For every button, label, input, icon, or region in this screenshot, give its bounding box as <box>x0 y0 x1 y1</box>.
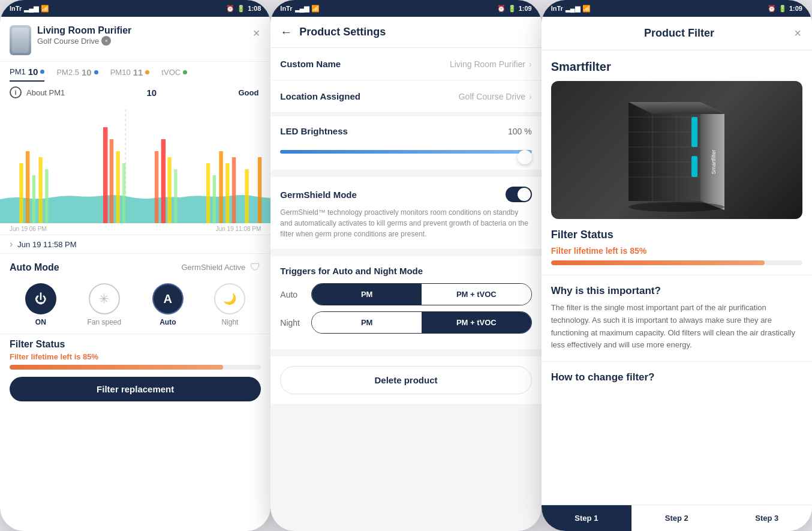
pm10-label: PM10 <box>110 68 131 77</box>
auto-mode-label: Auto Mode <box>10 262 59 273</box>
delete-product-button[interactable]: Delete product <box>280 366 531 394</box>
svg-rect-2 <box>19 163 23 223</box>
status-bar-1: InTr ▂▄▆ 📶 ⏰ 🔋 1:08 <box>0 0 270 17</box>
settings-list: Custom Name Living Room Purifier › Locat… <box>270 48 541 404</box>
custom-name-value: Living Room Purifier › <box>450 59 532 69</box>
svg-rect-21 <box>258 157 261 223</box>
auto-button[interactable]: A <box>152 283 184 314</box>
trigger-night-pm-tvoc[interactable]: PM + tVOC <box>422 312 531 333</box>
trigger-night-row: Night PM PM + tVOC <box>280 311 531 334</box>
date-chevron-icon[interactable]: › <box>10 239 13 250</box>
location-clear-icon[interactable]: × <box>101 36 111 46</box>
filter-lifetime-text: Filter lifetime left is 85% <box>10 352 261 361</box>
germshield-toggle[interactable] <box>506 187 532 202</box>
about-label: About PM1 <box>26 88 65 97</box>
time-text-3: 1:09 <box>789 5 802 12</box>
power-button[interactable]: ⏻ <box>25 283 56 314</box>
location-chevron-icon: › <box>529 92 532 101</box>
tab-tvoc[interactable]: tVOC <box>161 67 187 82</box>
smartfilter-section: Smartfilter <box>542 50 812 229</box>
night-control[interactable]: 🌙 Night <box>214 283 245 326</box>
auto-control[interactable]: A Auto <box>152 283 184 326</box>
chart-times: Jun 19 06 PM Jun 19 11:08 PM <box>0 223 270 235</box>
step1-button[interactable]: Step 1 <box>542 505 631 531</box>
pm1-reading: 10 <box>147 88 157 98</box>
tab-pm1[interactable]: PM1 10 <box>10 67 44 82</box>
brightness-section: LED Brightness 100 % <box>270 116 541 170</box>
device-info: Living Room Purifier Golf Course Drive × <box>37 25 131 46</box>
trigger-auto-pm-tvoc[interactable]: PM + tVOC <box>422 284 531 305</box>
pm25-dot <box>94 70 98 74</box>
power-label: ON <box>35 318 46 326</box>
step2-button[interactable]: Step 2 <box>631 505 721 531</box>
date-navigator[interactable]: › Jun 19 11:58 PM <box>0 235 270 254</box>
svg-rect-6 <box>45 169 48 223</box>
tab-pm10[interactable]: PM10 11 <box>110 67 150 82</box>
fan-speed-control[interactable]: ✳ Fan speed <box>87 283 121 326</box>
how-title: How to change filter? <box>551 371 802 383</box>
wifi-icon-3: 📶 <box>582 5 591 13</box>
trigger-night-pm[interactable]: PM <box>312 312 422 333</box>
svg-rect-10 <box>122 163 125 223</box>
slider-thumb[interactable] <box>518 150 532 164</box>
svg-point-35 <box>628 202 724 212</box>
pm25-label: PM2.5 <box>56 68 79 77</box>
step3-button[interactable]: Step 3 <box>722 505 812 531</box>
status-left-3: InTr ▂▄▆ 📶 <box>551 5 591 13</box>
filter-replacement-button[interactable]: Filter replacement <box>10 377 261 401</box>
filter-progress-bar <box>10 365 261 370</box>
back-button[interactable]: ← <box>280 25 292 39</box>
fan-label: Fan speed <box>87 318 121 326</box>
filter-status-title-3: Filter Status <box>551 229 802 241</box>
screen3-phone: InTr ▂▄▆ 📶 ⏰ 🔋 1:09 Product Filter × Sma… <box>542 0 812 531</box>
custom-name-item[interactable]: Custom Name Living Room Purifier › <box>270 48 541 80</box>
custom-name-chevron-icon: › <box>529 59 532 69</box>
tab-pm25[interactable]: PM2.5 10 <box>56 67 98 82</box>
germshield-status-text: GermShield Active <box>181 263 245 272</box>
filter-status-section-3: Filter Status Filter lifetime left is 85… <box>542 229 812 275</box>
smartfilter-image: Smartfilter <box>551 81 802 219</box>
trigger-auto-pm[interactable]: PM <box>312 284 422 305</box>
status-bar-3: InTr ▂▄▆ 📶 ⏰ 🔋 1:09 <box>542 0 812 17</box>
power-control[interactable]: ⏻ ON <box>25 283 56 326</box>
brightness-value: 100 % <box>508 127 532 136</box>
filter-close-button[interactable]: × <box>793 25 802 41</box>
tvoc-label: tVOC <box>161 68 181 77</box>
brightness-slider[interactable] <box>280 143 531 160</box>
good-text: Good <box>238 88 258 97</box>
about-left: i About PM1 <box>10 86 65 98</box>
status-right-3: ⏰ 🔋 1:09 <box>768 5 802 13</box>
filter-status-section: Filter Status Filter lifetime left is 85… <box>0 334 270 406</box>
close-button[interactable]: × <box>252 25 261 41</box>
carrier-text-3: InTr <box>551 5 563 12</box>
settings-scroll[interactable]: Custom Name Living Room Purifier › Locat… <box>270 48 541 531</box>
filter-header: Product Filter × <box>542 17 812 50</box>
filter-status-title: Filter Status <box>10 339 261 350</box>
why-section: Why is this important? The filter is the… <box>542 275 812 362</box>
svg-rect-4 <box>32 175 35 223</box>
battery-icon-3: 🔋 <box>778 5 787 13</box>
signal-icon-2: ▂▄▆ <box>295 5 309 13</box>
location-item[interactable]: Location Assigned Golf Course Drive › <box>270 80 541 113</box>
germshield-label: GermShield Mode <box>280 190 357 200</box>
fan-button[interactable]: ✳ <box>89 283 120 314</box>
header-left: Living Room Purifier Golf Course Drive × <box>10 25 131 55</box>
battery-icon-2: 🔋 <box>508 5 516 13</box>
pm1-label: PM1 <box>10 67 26 76</box>
time-text: 1:08 <box>248 5 261 12</box>
device-location: Golf Course Drive × <box>37 36 131 46</box>
filter-scroll[interactable]: Smartfilter <box>542 50 812 505</box>
auto-mode-section: Auto Mode GermShield Active 🛡 <box>0 254 270 278</box>
chart-time-start: Jun 19 06 PM <box>10 226 47 232</box>
trigger-auto-name: Auto <box>280 290 304 299</box>
shield-icon: 🛡 <box>250 261 261 274</box>
status-left-2: InTr ▂▄▆ 📶 <box>280 5 320 13</box>
air-quality-chart <box>0 103 270 223</box>
pm-tabs: PM1 10 PM2.5 10 PM10 11 tVOC <box>0 62 270 82</box>
alarm-icon-3: ⏰ <box>768 5 776 13</box>
night-button[interactable]: 🌙 <box>214 283 245 314</box>
status-bar-2: InTr ▂▄▆ 📶 ⏰ 🔋 1:09 <box>270 0 541 17</box>
filter-fill-3 <box>551 260 765 265</box>
toggle-knob <box>518 188 531 201</box>
germshield-section: GermShield Mode GermShield™ technology p… <box>270 173 541 249</box>
